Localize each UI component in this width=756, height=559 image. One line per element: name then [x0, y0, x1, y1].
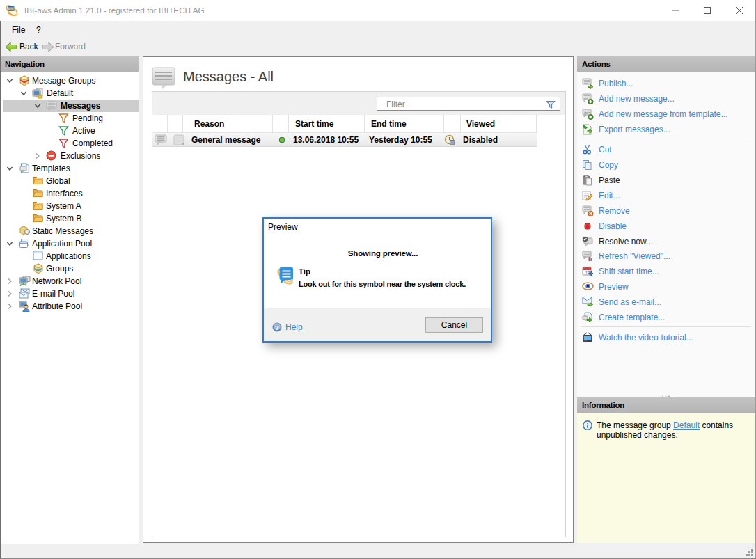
svg-text:!: ! [40, 94, 41, 98]
svg-text:?: ? [275, 324, 279, 331]
